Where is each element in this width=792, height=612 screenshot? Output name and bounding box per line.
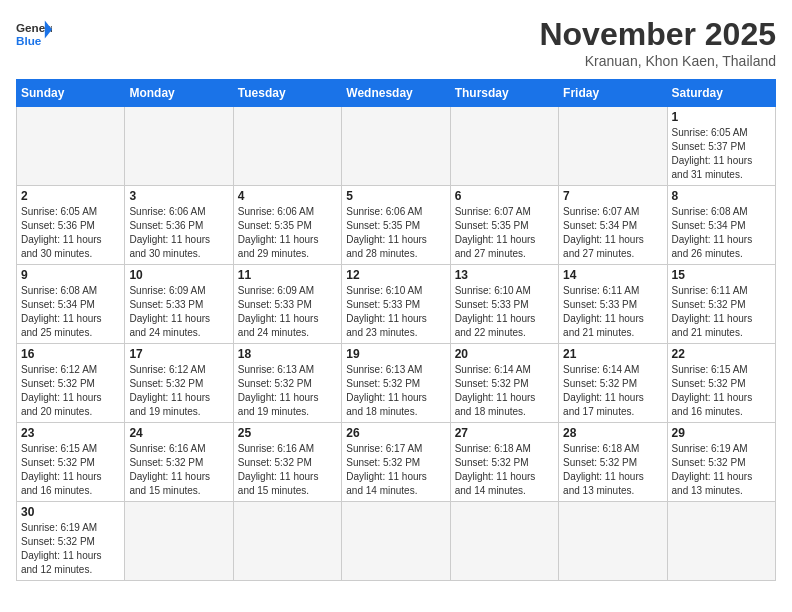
- day-info: Sunrise: 6:11 AM Sunset: 5:32 PM Dayligh…: [672, 284, 771, 340]
- day-info: Sunrise: 6:11 AM Sunset: 5:33 PM Dayligh…: [563, 284, 662, 340]
- calendar-day-cell: 26Sunrise: 6:17 AM Sunset: 5:32 PM Dayli…: [342, 423, 450, 502]
- calendar-day-cell: 27Sunrise: 6:18 AM Sunset: 5:32 PM Dayli…: [450, 423, 558, 502]
- calendar-day-cell: 30Sunrise: 6:19 AM Sunset: 5:32 PM Dayli…: [17, 502, 125, 581]
- day-number: 4: [238, 189, 337, 203]
- day-number: 13: [455, 268, 554, 282]
- calendar-day-cell: 15Sunrise: 6:11 AM Sunset: 5:32 PM Dayli…: [667, 265, 775, 344]
- day-number: 24: [129, 426, 228, 440]
- day-number: 8: [672, 189, 771, 203]
- day-number: 1: [672, 110, 771, 124]
- day-number: 28: [563, 426, 662, 440]
- day-number: 18: [238, 347, 337, 361]
- day-info: Sunrise: 6:15 AM Sunset: 5:32 PM Dayligh…: [672, 363, 771, 419]
- day-number: 30: [21, 505, 120, 519]
- day-number: 14: [563, 268, 662, 282]
- calendar-day-cell: [559, 502, 667, 581]
- calendar-day-cell: 18Sunrise: 6:13 AM Sunset: 5:32 PM Dayli…: [233, 344, 341, 423]
- calendar-week-row: 9Sunrise: 6:08 AM Sunset: 5:34 PM Daylig…: [17, 265, 776, 344]
- day-info: Sunrise: 6:09 AM Sunset: 5:33 PM Dayligh…: [129, 284, 228, 340]
- weekday-header: Thursday: [450, 80, 558, 107]
- calendar-day-cell: 13Sunrise: 6:10 AM Sunset: 5:33 PM Dayli…: [450, 265, 558, 344]
- day-info: Sunrise: 6:08 AM Sunset: 5:34 PM Dayligh…: [21, 284, 120, 340]
- day-number: 15: [672, 268, 771, 282]
- day-number: 19: [346, 347, 445, 361]
- logo-icon: General Blue: [16, 16, 52, 52]
- calendar-week-row: 1Sunrise: 6:05 AM Sunset: 5:37 PM Daylig…: [17, 107, 776, 186]
- day-number: 10: [129, 268, 228, 282]
- day-number: 5: [346, 189, 445, 203]
- svg-text:Blue: Blue: [16, 34, 42, 47]
- calendar-day-cell: [667, 502, 775, 581]
- page-header: General Blue November 2025 Kranuan, Khon…: [16, 16, 776, 69]
- calendar-day-cell: [559, 107, 667, 186]
- day-number: 2: [21, 189, 120, 203]
- location-title: Kranuan, Khon Kaen, Thailand: [539, 53, 776, 69]
- title-area: November 2025 Kranuan, Khon Kaen, Thaila…: [539, 16, 776, 69]
- day-info: Sunrise: 6:19 AM Sunset: 5:32 PM Dayligh…: [21, 521, 120, 577]
- day-number: 3: [129, 189, 228, 203]
- calendar-day-cell: [450, 502, 558, 581]
- day-number: 12: [346, 268, 445, 282]
- day-number: 11: [238, 268, 337, 282]
- day-info: Sunrise: 6:17 AM Sunset: 5:32 PM Dayligh…: [346, 442, 445, 498]
- calendar-day-cell: 23Sunrise: 6:15 AM Sunset: 5:32 PM Dayli…: [17, 423, 125, 502]
- calendar-day-cell: 1Sunrise: 6:05 AM Sunset: 5:37 PM Daylig…: [667, 107, 775, 186]
- day-info: Sunrise: 6:07 AM Sunset: 5:34 PM Dayligh…: [563, 205, 662, 261]
- calendar-day-cell: 2Sunrise: 6:05 AM Sunset: 5:36 PM Daylig…: [17, 186, 125, 265]
- calendar-week-row: 2Sunrise: 6:05 AM Sunset: 5:36 PM Daylig…: [17, 186, 776, 265]
- calendar-day-cell: [125, 502, 233, 581]
- weekday-header: Wednesday: [342, 80, 450, 107]
- calendar-day-cell: 12Sunrise: 6:10 AM Sunset: 5:33 PM Dayli…: [342, 265, 450, 344]
- calendar-day-cell: [17, 107, 125, 186]
- calendar-day-cell: 17Sunrise: 6:12 AM Sunset: 5:32 PM Dayli…: [125, 344, 233, 423]
- day-info: Sunrise: 6:05 AM Sunset: 5:36 PM Dayligh…: [21, 205, 120, 261]
- day-info: Sunrise: 6:12 AM Sunset: 5:32 PM Dayligh…: [129, 363, 228, 419]
- calendar-week-row: 23Sunrise: 6:15 AM Sunset: 5:32 PM Dayli…: [17, 423, 776, 502]
- logo: General Blue: [16, 16, 52, 52]
- day-info: Sunrise: 6:09 AM Sunset: 5:33 PM Dayligh…: [238, 284, 337, 340]
- day-info: Sunrise: 6:16 AM Sunset: 5:32 PM Dayligh…: [129, 442, 228, 498]
- day-info: Sunrise: 6:13 AM Sunset: 5:32 PM Dayligh…: [238, 363, 337, 419]
- day-info: Sunrise: 6:15 AM Sunset: 5:32 PM Dayligh…: [21, 442, 120, 498]
- day-number: 7: [563, 189, 662, 203]
- calendar-day-cell: 25Sunrise: 6:16 AM Sunset: 5:32 PM Dayli…: [233, 423, 341, 502]
- calendar-day-cell: 28Sunrise: 6:18 AM Sunset: 5:32 PM Dayli…: [559, 423, 667, 502]
- calendar-day-cell: 22Sunrise: 6:15 AM Sunset: 5:32 PM Dayli…: [667, 344, 775, 423]
- day-info: Sunrise: 6:19 AM Sunset: 5:32 PM Dayligh…: [672, 442, 771, 498]
- day-info: Sunrise: 6:14 AM Sunset: 5:32 PM Dayligh…: [455, 363, 554, 419]
- weekday-header: Friday: [559, 80, 667, 107]
- day-info: Sunrise: 6:06 AM Sunset: 5:35 PM Dayligh…: [346, 205, 445, 261]
- day-number: 6: [455, 189, 554, 203]
- day-number: 29: [672, 426, 771, 440]
- day-info: Sunrise: 6:10 AM Sunset: 5:33 PM Dayligh…: [346, 284, 445, 340]
- day-info: Sunrise: 6:06 AM Sunset: 5:35 PM Dayligh…: [238, 205, 337, 261]
- day-info: Sunrise: 6:12 AM Sunset: 5:32 PM Dayligh…: [21, 363, 120, 419]
- calendar-day-cell: 4Sunrise: 6:06 AM Sunset: 5:35 PM Daylig…: [233, 186, 341, 265]
- calendar-day-cell: 10Sunrise: 6:09 AM Sunset: 5:33 PM Dayli…: [125, 265, 233, 344]
- calendar-week-row: 30Sunrise: 6:19 AM Sunset: 5:32 PM Dayli…: [17, 502, 776, 581]
- calendar-table: SundayMondayTuesdayWednesdayThursdayFrid…: [16, 79, 776, 581]
- calendar-day-cell: 14Sunrise: 6:11 AM Sunset: 5:33 PM Dayli…: [559, 265, 667, 344]
- day-number: 9: [21, 268, 120, 282]
- day-info: Sunrise: 6:06 AM Sunset: 5:36 PM Dayligh…: [129, 205, 228, 261]
- day-number: 21: [563, 347, 662, 361]
- calendar-day-cell: [342, 107, 450, 186]
- day-info: Sunrise: 6:10 AM Sunset: 5:33 PM Dayligh…: [455, 284, 554, 340]
- weekday-header: Sunday: [17, 80, 125, 107]
- calendar-day-cell: 6Sunrise: 6:07 AM Sunset: 5:35 PM Daylig…: [450, 186, 558, 265]
- calendar-day-cell: 19Sunrise: 6:13 AM Sunset: 5:32 PM Dayli…: [342, 344, 450, 423]
- day-info: Sunrise: 6:14 AM Sunset: 5:32 PM Dayligh…: [563, 363, 662, 419]
- day-number: 20: [455, 347, 554, 361]
- day-info: Sunrise: 6:18 AM Sunset: 5:32 PM Dayligh…: [563, 442, 662, 498]
- calendar-day-cell: 9Sunrise: 6:08 AM Sunset: 5:34 PM Daylig…: [17, 265, 125, 344]
- calendar-day-cell: [342, 502, 450, 581]
- calendar-week-row: 16Sunrise: 6:12 AM Sunset: 5:32 PM Dayli…: [17, 344, 776, 423]
- calendar-day-cell: [450, 107, 558, 186]
- calendar-day-cell: 7Sunrise: 6:07 AM Sunset: 5:34 PM Daylig…: [559, 186, 667, 265]
- calendar-day-cell: 29Sunrise: 6:19 AM Sunset: 5:32 PM Dayli…: [667, 423, 775, 502]
- day-number: 16: [21, 347, 120, 361]
- day-info: Sunrise: 6:16 AM Sunset: 5:32 PM Dayligh…: [238, 442, 337, 498]
- day-info: Sunrise: 6:08 AM Sunset: 5:34 PM Dayligh…: [672, 205, 771, 261]
- day-number: 22: [672, 347, 771, 361]
- day-number: 23: [21, 426, 120, 440]
